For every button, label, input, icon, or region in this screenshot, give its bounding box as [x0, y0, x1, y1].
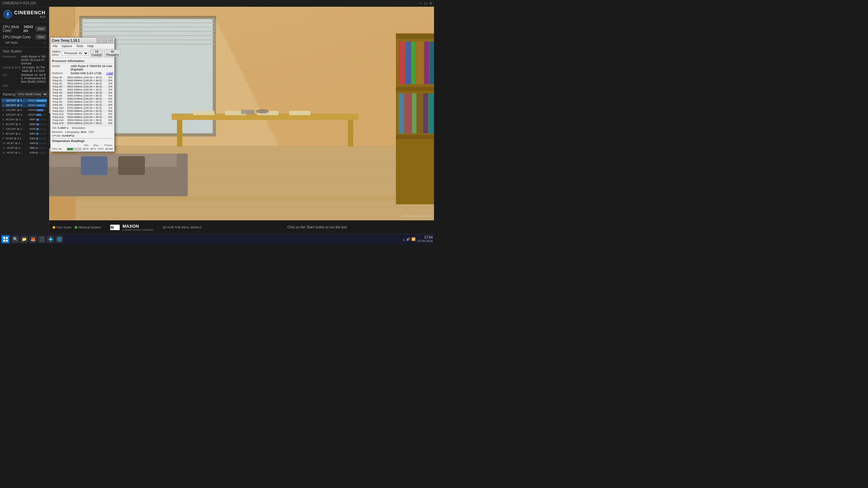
freq-label: Freq #7:: [52, 97, 66, 100]
freq-load: 0%: [107, 82, 113, 85]
minimize-btn[interactable]: −: [419, 1, 422, 6]
freq-row: Freq #8:5250.08MHz (100.00 × 52.5)0%: [52, 100, 113, 103]
freq-label: Freq #1:: [52, 79, 66, 82]
ranking-item[interactable]: 2. 32C/64T @ 3 GHz, AMD Ryzen Threadripp…: [1, 103, 47, 107]
cpu-mode-select[interactable]: CPU (Multi Core): [15, 92, 48, 97]
svg-point-1: [7, 13, 9, 15]
svg-rect-65: [6, 240, 8, 242]
taskbar-right: △ 🔊 📶 17:54 02.09.2024: [403, 236, 433, 243]
ct-temp-title: Temperature Readings: [52, 139, 113, 143]
ct-processor-select[interactable]: Processor #0: [62, 51, 89, 56]
rank-number: 9.: [2, 137, 5, 140]
rank-info: 4C/8T @ 2.81 GHz, 11th Gen Intel Core i7…: [7, 142, 25, 145]
freq-value: 3500.09MHz (100.00 × 35.0): [66, 116, 107, 119]
close-btn[interactable]: ×: [430, 1, 432, 6]
ranking-item[interactable]: 11. 4C/8T @ 2.3 GHz, Intel Core i7-4850H…: [1, 146, 47, 150]
ct-menu-tools[interactable]: Tools: [76, 44, 84, 48]
freq-row: Freq #6:5050.07MHz (100.00 × 50.5)2%: [52, 94, 113, 97]
ranking-item[interactable]: 4. 16C/32T @ 3.4 GHz, AMD Ryzen Threadri…: [1, 113, 47, 117]
freq-row: Freq #1:3600.09MHz (100.00 × 36.0)0%: [52, 79, 113, 82]
rank-number: 11.: [2, 146, 6, 149]
ct-load-link[interactable]: Load: [106, 72, 113, 75]
rank-number: 7.: [2, 127, 5, 130]
rank-score: 9087: [25, 118, 36, 121]
ranking-item[interactable]: 10. 4C/8T @ 2.81 GHz, 11th Gen Intel Cor…: [1, 141, 47, 145]
scores-section: CPU (Multi Core) 34843 pts Start CPU (Si…: [0, 22, 49, 47]
logo-area: CINEBENCH R23: [0, 7, 49, 22]
tray-expand-icon[interactable]: △: [403, 238, 405, 241]
single-core-start-btn[interactable]: Start: [36, 35, 46, 39]
svg-rect-64: [3, 240, 5, 242]
ranking-item[interactable]: 12. 4C/8T @ 1.69 GHz, 11th Gen Intel Cor…: [1, 150, 47, 155]
ct-vid-row: VID: 0.4937 v Modulation:: [52, 125, 113, 130]
ct-cores-btn[interactable]: 16 Core(s): [90, 49, 103, 57]
cinebench-logo-icon: [3, 9, 12, 19]
freq-load: 0%: [107, 116, 113, 119]
rank-bar-container: [36, 119, 46, 121]
your-score-label: Your Score: [56, 226, 71, 229]
ranking-list[interactable]: 1. 16C/32T @ 4.2 GHz, AMD Ryzen 9 7950X3…: [0, 98, 49, 234]
taskbar-search-icon[interactable]: 🔍: [12, 236, 19, 243]
ct-maximize-btn[interactable]: □: [102, 38, 107, 43]
ct-toolbar: Select CPU: Processor #0 16 Core(s) 32 T…: [51, 49, 114, 58]
ranking-item[interactable]: 7. 12C/24T @ 2.7 GHz, Intel Xeon CPU E5-…: [1, 127, 47, 131]
legend-your-score: Your Score: [53, 226, 71, 229]
rank-number: 10.: [2, 142, 6, 145]
multi-core-start-btn[interactable]: Start: [36, 26, 46, 31]
freq-row: Freq #15:3500.09MHz (100.00 × 35.0)0%: [52, 122, 113, 125]
taskbar-music-icon[interactable]: 🎵: [38, 236, 45, 243]
ct-menu-help[interactable]: Help: [87, 44, 95, 48]
freq-load: 2%: [107, 76, 113, 79]
ct-close-btn[interactable]: ×: [108, 38, 113, 43]
start-button[interactable]: [1, 235, 9, 243]
windows-logo-icon: [3, 237, 8, 242]
ct-threads-btn[interactable]: 32 Thread(s): [104, 49, 120, 57]
ranking-item[interactable]: 3. 24C/48T @ 2.7 GHz, Intel Xeon W-3265M…: [1, 108, 47, 112]
rank-number: 5.: [2, 118, 5, 121]
ranking-item[interactable]: 8. 8C/16T @ 2.66 GHz, Intel Xeon CPU X56…: [1, 131, 47, 136]
mp-ratio-label: MP Ratio: [5, 41, 18, 44]
logo-name: CINEBENCH: [14, 10, 45, 15]
tray-volume-icon[interactable]: 🔊: [406, 237, 410, 241]
taskbar-files-icon[interactable]: 📁: [20, 236, 28, 243]
titlebar-controls[interactable]: − □ ×: [419, 1, 432, 6]
ct-minimize-btn[interactable]: −: [97, 38, 101, 43]
taskbar-app2-icon[interactable]: 🌐: [56, 236, 63, 243]
freq-row: Freq #0:3600.09MHz (100.00 × 36.0)2%: [52, 76, 113, 79]
freq-value: 5250.08MHz (100.00 × 52.5): [66, 106, 107, 109]
rank-score: 6302: [25, 137, 36, 140]
tray-network-icon[interactable]: 📶: [411, 237, 415, 241]
rank-number: 3.: [2, 108, 5, 111]
sys-cores-val: 16 Cores, 32 Threads @ 4.2 GHz: [22, 66, 46, 73]
ct-extra-row: Revision: Lithography: 5nm TDP:: [52, 130, 113, 134]
taskbar-app1-icon[interactable]: 💠: [47, 236, 54, 243]
logo-version: R23: [14, 15, 45, 19]
rank-bar-container: [36, 128, 46, 130]
maxon-sub: A NEMETSCHEK COMPANY: [122, 229, 154, 231]
ct-controls[interactable]: − □ ×: [97, 38, 113, 43]
freq-load: 0%: [107, 97, 113, 100]
ct-menu-options[interactable]: Options: [61, 44, 73, 48]
ct-model-row: Model: AMD Ryzen 9 7950X3D 16-Core (Raph…: [52, 64, 113, 72]
freq-load: 0%: [107, 113, 113, 116]
taskbar-browser-icon[interactable]: 🦊: [29, 236, 37, 243]
ct-platform-key: Platform:: [52, 72, 71, 75]
sys-processor-row: Processor AMD Ryzen 9 7950X3D 16-Core Pr…: [3, 55, 46, 65]
ct-cpuid-label: CPUID: 0xA60F12: [52, 134, 75, 137]
freq-load: 2%: [107, 88, 113, 91]
freq-value: 3500.09MHz (100.00 × 35.0): [66, 119, 107, 122]
rank-bar: [36, 138, 38, 140]
maximize-btn[interactable]: □: [425, 1, 427, 6]
multi-core-label: CPU (Multi Core): [3, 25, 24, 33]
freq-row: Freq #9:5250.08MHz (100.00 × 52.5)0%: [52, 103, 113, 106]
ct-menu-file[interactable]: File: [52, 44, 58, 48]
ranking-item[interactable]: 6. 8C/16T @ 3.4 GHz, AMD Ryzen 7 1700X E…: [1, 122, 47, 126]
ct-vid-val: 0.4937 v: [58, 126, 68, 129]
ranking-item[interactable]: 9. 4C/8T @ 4.2 GHz, Intel Core i7-7700K …: [1, 136, 47, 141]
freq-label: Freq #9:: [52, 103, 66, 106]
ranking-item[interactable]: 5. 8C/16T @ 2.3 GHz, Intel Core i9-9880H…: [1, 117, 47, 122]
freq-load: 2%: [107, 85, 113, 88]
freq-value: 5250.08MHz (100.00 × 52.5): [66, 100, 107, 103]
freq-row: Freq #14:3500.09MHz (100.00 × 35.0)0%: [52, 119, 113, 122]
ranking-item[interactable]: 1. 16C/32T @ 4.2 GHz, AMD Ryzen 9 7950X3…: [1, 98, 47, 103]
